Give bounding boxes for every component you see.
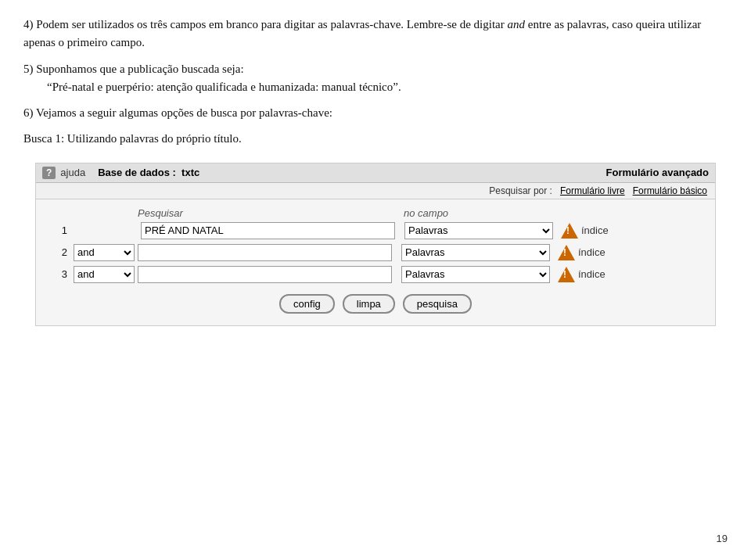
- column-headers: Pesquisar no campo: [138, 207, 703, 219]
- warning-icon-1: [561, 222, 578, 239]
- paragraph-4: 4) Podem ser utilizados os três campos e…: [23, 16, 712, 52]
- col-pesquisar-header: Pesquisar: [138, 207, 396, 219]
- row-num-1: 1: [48, 224, 67, 236]
- indice-btn-2[interactable]: índice: [558, 244, 605, 261]
- row-num-3: 3: [48, 268, 67, 280]
- indice-btn-3[interactable]: índice: [558, 266, 605, 283]
- formulario-basico-link[interactable]: Formulário básico: [633, 185, 707, 196]
- base-dados-label: Base de dados : txtc: [98, 167, 199, 178]
- search-subheader: Pesquisar por : Formulário livre Formulá…: [36, 183, 715, 199]
- indice-btn-1[interactable]: índice: [561, 222, 609, 239]
- warning-icon-3: [558, 266, 575, 283]
- formulario-livre-link[interactable]: Formulário livre: [560, 185, 625, 196]
- bool-select-3[interactable]: and or not: [74, 266, 135, 283]
- pesquisa-button[interactable]: pesquisa: [403, 294, 472, 314]
- warning-triangle-3: [558, 267, 575, 282]
- col-campo-header: no campo: [404, 207, 448, 219]
- main-content: 4) Podem ser utilizados os três campos e…: [23, 16, 712, 149]
- paragraph-5: 5) Suponhamos que a publicação buscada s…: [23, 60, 712, 97]
- limpa-button[interactable]: limpa: [343, 294, 395, 314]
- row-num-2: 2: [48, 246, 67, 258]
- config-button[interactable]: config: [279, 294, 335, 314]
- search-header-left: ? ajuda Base de dados : txtc: [42, 167, 199, 179]
- search-input-2[interactable]: [138, 244, 392, 261]
- campo-select-2[interactable]: Palavras Título Autor Assunto: [401, 244, 550, 261]
- indice-label-2: índice: [578, 246, 605, 258]
- search-header: ? ajuda Base de dados : txtc Formulário …: [36, 163, 715, 183]
- formulario-avancado-label: Formulário avançado: [606, 167, 709, 178]
- search-row-1: 1 Palavras Título Autor Assunto índice: [48, 222, 703, 239]
- bool-select-2[interactable]: and or not: [74, 244, 135, 261]
- ajuda-label: ajuda: [60, 167, 85, 178]
- search-input-3[interactable]: [138, 266, 392, 283]
- campo-select-1[interactable]: Palavras Título Autor Assunto: [404, 222, 553, 239]
- indice-label-3: índice: [578, 268, 605, 280]
- campo-select-3[interactable]: Palavras Título Autor Assunto: [401, 266, 550, 283]
- search-input-1[interactable]: [141, 222, 395, 239]
- paragraph-6: 6) Vejamos a seguir algumas opções de bu…: [23, 104, 712, 122]
- indice-label-1: índice: [581, 224, 609, 236]
- warning-triangle-2: [558, 245, 575, 260]
- page-number: 19: [717, 533, 728, 544]
- search-form-container: ? ajuda Base de dados : txtc Formulário …: [35, 163, 716, 326]
- search-body: Pesquisar no campo 1 Palavras Título Aut…: [36, 199, 715, 325]
- search-row-3: 3 and or not Palavras Título Autor Assun…: [48, 266, 703, 283]
- warning-triangle-1: [561, 223, 578, 239]
- pesquisar-por-label: Pesquisar por :: [489, 185, 552, 196]
- warning-icon-2: [558, 244, 575, 261]
- busca-1-label: Busca 1: Utilizando palavras do próprio …: [23, 130, 712, 148]
- help-button[interactable]: ?: [42, 167, 56, 179]
- search-row-2: 2 and or not Palavras Título Autor Assun…: [48, 244, 703, 261]
- action-buttons: config limpa pesquisa: [48, 294, 703, 314]
